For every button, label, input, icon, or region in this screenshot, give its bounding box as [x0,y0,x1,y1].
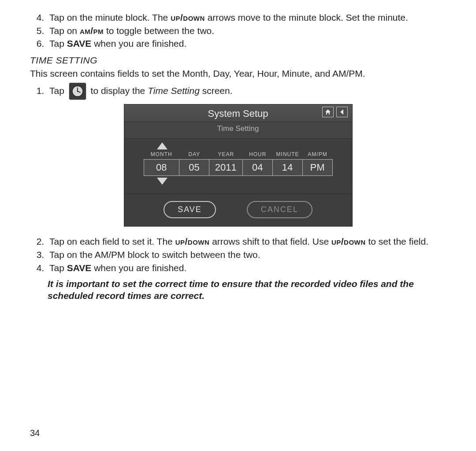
label-year: YEAR [209,151,243,158]
field-year[interactable]: 2011 [209,159,243,176]
text: arrows shift to that field. Use [209,236,331,246]
text: Tap [49,86,67,96]
section-paragraph: This screen contains fields to set the M… [30,67,446,80]
step-b4: Tap SAVE when you are finished. [47,262,446,274]
save-text: SAVE [67,263,92,273]
arrow-up-icon[interactable] [157,142,167,149]
step-b1: Tap to display the Time Setting screen. [47,82,446,101]
updown-text: up/down [171,12,205,22]
step-b2: Tap on each field to set it. The up/down… [47,235,446,248]
text: Tap [49,263,67,273]
text: Tap on the minute block. The [49,12,171,22]
label-minute: MINUTE [273,151,303,158]
home-icon[interactable] [322,107,334,117]
step-b3: Tap on the AM/PM block to switch between… [47,249,446,261]
field-day[interactable]: 05 [179,159,209,176]
label-day: DAY [179,151,209,158]
important-note: It is important to set the correct time … [48,278,446,302]
text: when you are finished. [91,263,186,273]
steps-list-a: Tap on the minute block. The up/down arr… [36,11,446,50]
back-icon[interactable] [336,107,348,117]
clock-icon-wrap [69,82,86,101]
save-text: SAVE [67,38,92,48]
step-4: Tap on the minute block. The up/down arr… [47,11,446,24]
text: Tap on each field to set it. The [49,236,175,246]
arrow-down-icon[interactable] [157,178,167,185]
text: when you are finished. [91,38,186,48]
steps-list-b: Tap to display the Time Setting screen. [36,82,446,101]
text: screen. [200,86,233,96]
step-6: Tap SAVE when you are finished. [47,37,446,50]
step-5: Tap on am/pm to toggle between the two. [47,25,446,37]
field-ampm[interactable]: PM [303,159,333,176]
text: to set the field. [366,236,428,246]
page-number: 34 [30,427,40,439]
text: Tap [49,38,67,48]
field-minute[interactable]: 14 [273,159,303,176]
text: to toggle between the two. [104,26,214,36]
field-labels: MONTH DAY YEAR HOUR MINUTE AM/PM [144,151,333,158]
label-ampm: AM/PM [303,151,333,158]
label-month: MONTH [144,151,180,158]
time-setting-ital: Time Setting [148,86,200,96]
text: arrows move to the minute block. Set the… [205,12,408,22]
picker-area: MONTH DAY YEAR HOUR MINUTE AM/PM 08 05 2… [124,139,352,194]
device-header: System Setup [124,104,352,122]
device-title: System Setup [208,107,268,120]
text: to display the [91,86,148,96]
cancel-button[interactable]: CANCEL [247,201,312,219]
save-button[interactable]: SAVE [164,201,216,219]
section-heading: TIME SETTING [30,54,446,67]
field-hour[interactable]: 04 [243,159,273,176]
steps-list-b-cont: Tap on each field to set it. The up/down… [36,235,446,274]
device-screenshot: System Setup Time Setting MONTH DAY YEAR… [124,104,353,227]
field-month[interactable]: 08 [144,159,180,176]
ampm-text: am/pm [80,26,104,36]
field-values: 08 05 2011 04 14 PM [144,159,333,176]
svg-point-3 [77,90,78,92]
updown-text: up/down [175,236,210,246]
text: Tap on [49,26,80,36]
label-hour: HOUR [243,151,273,158]
device-subtitle: Time Setting [124,122,352,138]
clock-icon[interactable] [69,82,86,100]
updown-text: up/down [331,236,366,246]
device-buttons: SAVE CANCEL [124,194,352,227]
